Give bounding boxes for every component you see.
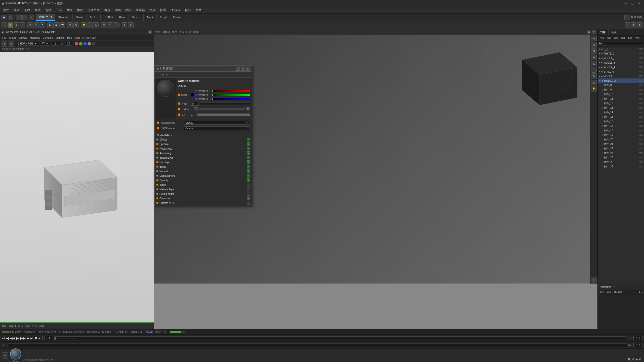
menu-edit[interactable]: 编辑: [12, 8, 22, 13]
node-check-round-edges[interactable]: [247, 192, 250, 196]
tree-item-model5[interactable]: ▶ ◈ MODEL_5 ⊞⊡: [598, 60, 644, 65]
menu-render[interactable]: 渲染: [147, 8, 157, 13]
node-check-film[interactable]: ✓: [247, 160, 250, 164]
mat-type-dot[interactable]: [157, 121, 159, 124]
cv-panel[interactable]: 面板: [193, 30, 198, 34]
menu-mode[interactable]: 模式: [33, 8, 43, 13]
material-preview-sphere[interactable]: [157, 80, 174, 97]
color-dot[interactable]: [178, 94, 180, 96]
tab-script[interactable]: Script: [157, 14, 170, 21]
ico-axis[interactable]: X: [27, 22, 33, 28]
node-check-sheen[interactable]: ✓: [247, 156, 250, 159]
node-dot-custom-aov[interactable]: [156, 202, 158, 204]
cv-display[interactable]: 显示: [172, 30, 177, 34]
tree-item-white2[interactable]: ▶ ◈ WHITE_2 ⊞⊡: [598, 51, 644, 56]
ico-render[interactable]: ▶: [47, 22, 53, 28]
cv-fullscreen[interactable]: ⊞: [587, 30, 591, 34]
node-check-material-layer[interactable]: [247, 188, 250, 191]
texture-btn[interactable]: ▼: [194, 107, 198, 111]
float-dot[interactable]: [178, 102, 180, 105]
scene-tb2[interactable]: ◎: [591, 42, 597, 48]
scene-tb6[interactable]: ◯: [591, 67, 597, 73]
attr-nav-fwd[interactable]: →: [636, 291, 638, 294]
node-check-specular[interactable]: ✓: [247, 142, 250, 146]
obj-menu-view[interactable]: 查看: [613, 36, 619, 40]
scene-search-input[interactable]: [602, 42, 643, 46]
node-dot-roughness[interactable]: [156, 148, 158, 150]
menu-select[interactable]: 选择: [43, 8, 53, 13]
dialog-tb-icon2[interactable]: ⚙: [166, 73, 168, 76]
node-check-diffuse[interactable]: ✓: [247, 138, 250, 141]
close-btn[interactable]: ✕: [636, 2, 642, 5]
attr-nav-add[interactable]: +: [642, 291, 643, 294]
vp-nav-panel[interactable]: 面板: [39, 325, 44, 328]
menu-extend[interactable]: 扩展: [158, 8, 168, 13]
bottom-search-icon[interactable]: 🔍: [628, 358, 631, 361]
dialog-minimize-btn[interactable]: ─: [236, 67, 240, 71]
tree-item-model[interactable]: ▶ ◈ MODEL ⊞⊡: [598, 74, 644, 78]
node-dot-anisotropy[interactable]: [156, 152, 158, 154]
node-check-normal[interactable]: ✓: [247, 169, 250, 173]
menu-window[interactable]: 窗口: [183, 8, 193, 13]
menu-file[interactable]: 文件: [1, 8, 11, 13]
obj-menu-edit[interactable]: 编辑: [606, 36, 612, 40]
tree-item-obj17[interactable]: ○ 物件_17 ⊞⊡: [598, 124, 644, 128]
color-btn-dark[interactable]: [92, 42, 95, 46]
tab-standard[interactable]: Standard: [55, 14, 73, 21]
ico-spline[interactable]: 〜: [113, 22, 118, 28]
menu-character[interactable]: 角色: [102, 8, 112, 13]
node-dot-normal[interactable]: [156, 170, 158, 172]
brdf-dropdown[interactable]: Octane ▼: [184, 126, 250, 130]
node-dot-index[interactable]: [156, 184, 158, 186]
vp-nav-camera[interactable]: 摄像机: [9, 325, 16, 328]
ico-render2[interactable]: ◉: [53, 22, 59, 28]
anim-nextframe-btn[interactable]: ▶▶: [20, 336, 26, 340]
anim-next-btn[interactable]: ▶⏭: [27, 336, 33, 340]
tab-model[interactable]: Model: [73, 14, 87, 21]
cv-camera[interactable]: 摄像机: [163, 30, 170, 34]
vp-nav-display[interactable]: 显示: [18, 325, 23, 328]
tree-item-obj14[interactable]: ○ 物件_14 ⊞⊡: [598, 110, 644, 115]
menu-tools[interactable]: 工具: [54, 8, 64, 13]
main-viewport[interactable]: [0, 52, 154, 323]
current-frame-display[interactable]: 1 F: [44, 336, 53, 340]
lv-menu-compare[interactable]: Compare: [42, 36, 54, 39]
obj-menu-bookmark[interactable]: 书签: [634, 36, 640, 40]
node-dot-sheen[interactable]: [156, 157, 158, 159]
ico-material[interactable]: ◯: [87, 22, 93, 28]
add-tab-btn[interactable]: +: [624, 15, 630, 20]
attr-tab-user[interactable]: 用户数据: [613, 291, 623, 294]
toolbar-y-btn[interactable]: Y: [22, 15, 28, 20]
tree-item-obj12[interactable]: ○ 物件_12 ⊞⊡: [598, 101, 644, 106]
ico-rotate[interactable]: ↺: [14, 22, 19, 28]
attr-nav-search[interactable]: 🔍: [638, 291, 641, 294]
vp-nav-select[interactable]: 选项: [25, 325, 30, 328]
node-check-index[interactable]: [247, 183, 250, 187]
anim-record-btn[interactable]: ●: [38, 336, 41, 340]
scene-tb3[interactable]: ⊡: [591, 48, 597, 54]
tab-track[interactable]: Track: [144, 14, 157, 21]
scene-tb7[interactable]: 🔧: [591, 73, 597, 79]
attr-tab-mode[interactable]: 模式: [599, 291, 605, 294]
rp-tab-object[interactable]: 对象: [598, 29, 609, 35]
menu-octane[interactable]: Octane: [169, 8, 182, 13]
tree-item-u2[interactable]: ▶ ◈ U_2 ⊞⊡: [598, 47, 644, 51]
minimize-btn[interactable]: ─: [623, 2, 629, 5]
vp-nav-view[interactable]: 查看: [2, 325, 7, 328]
tab-uv-edit[interactable]: UV Edit: [101, 14, 116, 21]
menu-help[interactable]: 帮助: [193, 8, 204, 13]
tree-item-obj8[interactable]: ○ 物件_8 ⊞⊡: [598, 83, 644, 87]
menu-simulate[interactable]: 模拟: [123, 8, 133, 13]
color-swatch[interactable]: [191, 93, 195, 97]
scene-tb10[interactable]: ⊼: [591, 277, 597, 283]
toolbar-z-btn[interactable]: Z: [29, 15, 34, 20]
tree-item-obj11[interactable]: ○ 物件_11 ⊞⊡: [598, 97, 644, 101]
node-dot-specular[interactable]: [156, 143, 158, 145]
anim-stop-btn[interactable]: ⏹: [34, 336, 37, 340]
ico-scale[interactable]: ⤢: [20, 22, 25, 28]
tree-item-obj13[interactable]: ○ 物件_13 ⊞⊡: [598, 106, 644, 110]
attr-nav-back[interactable]: ←: [633, 291, 635, 294]
lv-tb1[interactable]: ◀: [2, 41, 7, 47]
cv-select[interactable]: 选项: [179, 30, 184, 34]
b-slider[interactable]: [212, 98, 250, 100]
